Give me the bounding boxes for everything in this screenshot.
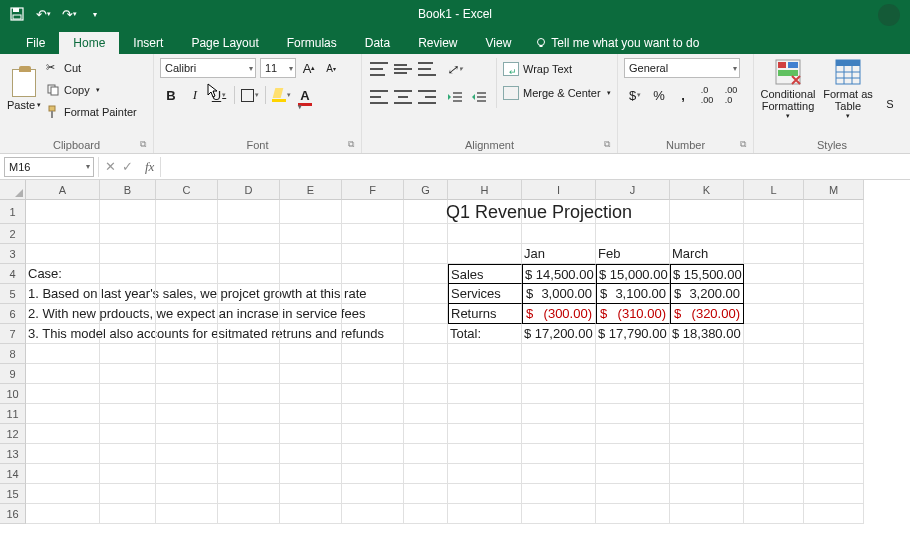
cell-M12[interactable] bbox=[804, 424, 864, 444]
cell-L5[interactable] bbox=[744, 284, 804, 304]
cell-C1[interactable] bbox=[156, 200, 218, 224]
cell-J2[interactable] bbox=[596, 224, 670, 244]
cell-F12[interactable] bbox=[342, 424, 404, 444]
cell-D10[interactable] bbox=[218, 384, 280, 404]
cell-I16[interactable] bbox=[522, 504, 596, 524]
cell-D13[interactable] bbox=[218, 444, 280, 464]
cell-K13[interactable] bbox=[670, 444, 744, 464]
cell-C7[interactable] bbox=[156, 324, 218, 344]
cell-A9[interactable] bbox=[26, 364, 100, 384]
tab-home[interactable]: Home bbox=[59, 32, 119, 54]
cell-J15[interactable] bbox=[596, 484, 670, 504]
cell-D4[interactable] bbox=[218, 264, 280, 284]
select-all-button[interactable] bbox=[0, 180, 26, 200]
cell-E12[interactable] bbox=[280, 424, 342, 444]
cell-A7[interactable]: 3. This model also accounts for esitmate… bbox=[26, 324, 100, 344]
cell-A13[interactable] bbox=[26, 444, 100, 464]
insert-function-button[interactable]: fx bbox=[139, 159, 154, 175]
cell-C11[interactable] bbox=[156, 404, 218, 424]
copy-button[interactable]: Copy▾ bbox=[46, 80, 137, 100]
cell-E8[interactable] bbox=[280, 344, 342, 364]
cell-M8[interactable] bbox=[804, 344, 864, 364]
row-header-4[interactable]: 4 bbox=[0, 264, 26, 284]
cell-H10[interactable] bbox=[448, 384, 522, 404]
cell-H6[interactable]: Returns bbox=[448, 304, 522, 324]
cell-L14[interactable] bbox=[744, 464, 804, 484]
cell-J10[interactable] bbox=[596, 384, 670, 404]
comma-format-button[interactable]: , bbox=[672, 84, 694, 106]
cell-D9[interactable] bbox=[218, 364, 280, 384]
cell-C8[interactable] bbox=[156, 344, 218, 364]
row-header-12[interactable]: 12 bbox=[0, 424, 26, 444]
cell-G15[interactable] bbox=[404, 484, 448, 504]
cell-C16[interactable] bbox=[156, 504, 218, 524]
row-header-2[interactable]: 2 bbox=[0, 224, 26, 244]
decrease-indent-button[interactable] bbox=[444, 86, 466, 108]
cell-D8[interactable] bbox=[218, 344, 280, 364]
cell-D15[interactable] bbox=[218, 484, 280, 504]
name-box[interactable]: M16▾ bbox=[4, 157, 94, 177]
cell-L9[interactable] bbox=[744, 364, 804, 384]
col-header-F[interactable]: F bbox=[342, 180, 404, 200]
cell-K14[interactable] bbox=[670, 464, 744, 484]
col-header-I[interactable]: I bbox=[522, 180, 596, 200]
cell-A10[interactable] bbox=[26, 384, 100, 404]
cell-M6[interactable] bbox=[804, 304, 864, 324]
col-header-E[interactable]: E bbox=[280, 180, 342, 200]
cell-I13[interactable] bbox=[522, 444, 596, 464]
cell-M7[interactable] bbox=[804, 324, 864, 344]
col-header-B[interactable]: B bbox=[100, 180, 156, 200]
cell-A8[interactable] bbox=[26, 344, 100, 364]
row-header-16[interactable]: 16 bbox=[0, 504, 26, 524]
col-header-D[interactable]: D bbox=[218, 180, 280, 200]
font-name-combo[interactable]: Calibri▾ bbox=[160, 58, 256, 78]
row-header-9[interactable]: 9 bbox=[0, 364, 26, 384]
cell-K1[interactable] bbox=[670, 200, 744, 224]
cell-L3[interactable] bbox=[744, 244, 804, 264]
cell-B12[interactable] bbox=[100, 424, 156, 444]
increase-indent-button[interactable] bbox=[468, 86, 490, 108]
cell-B13[interactable] bbox=[100, 444, 156, 464]
col-header-A[interactable]: A bbox=[26, 180, 100, 200]
cell-G3[interactable] bbox=[404, 244, 448, 264]
cell-F9[interactable] bbox=[342, 364, 404, 384]
cell-A1[interactable] bbox=[26, 200, 100, 224]
cell-F13[interactable] bbox=[342, 444, 404, 464]
cell-A6[interactable]: 2. With new prdoucts, we expect an incra… bbox=[26, 304, 100, 324]
cell-F7[interactable] bbox=[342, 324, 404, 344]
row-header-6[interactable]: 6 bbox=[0, 304, 26, 324]
cell-K15[interactable] bbox=[670, 484, 744, 504]
cell-E3[interactable] bbox=[280, 244, 342, 264]
cell-F10[interactable] bbox=[342, 384, 404, 404]
font-dialog-launcher[interactable]: ⧉ bbox=[345, 139, 357, 151]
cell-K5[interactable]: $3,200.00 bbox=[670, 284, 744, 304]
cell-I3[interactable]: Jan bbox=[522, 244, 596, 264]
cell-K12[interactable] bbox=[670, 424, 744, 444]
increase-decimal-button[interactable]: .0.00 bbox=[696, 84, 718, 106]
col-header-K[interactable]: K bbox=[670, 180, 744, 200]
cell-I8[interactable] bbox=[522, 344, 596, 364]
cell-I6[interactable]: $(300.00) bbox=[522, 304, 596, 324]
tab-file[interactable]: File bbox=[12, 32, 59, 54]
cell-L12[interactable] bbox=[744, 424, 804, 444]
cell-J16[interactable] bbox=[596, 504, 670, 524]
cell-E5[interactable] bbox=[280, 284, 342, 304]
cell-I2[interactable] bbox=[522, 224, 596, 244]
italic-button[interactable]: I bbox=[184, 84, 206, 106]
cell-L10[interactable] bbox=[744, 384, 804, 404]
cell-G13[interactable] bbox=[404, 444, 448, 464]
cell-H8[interactable] bbox=[448, 344, 522, 364]
cell-E1[interactable] bbox=[280, 200, 342, 224]
cell-B16[interactable] bbox=[100, 504, 156, 524]
cell-M2[interactable] bbox=[804, 224, 864, 244]
format-painter-button[interactable]: Format Painter bbox=[46, 102, 137, 122]
cell-H5[interactable]: Services bbox=[448, 284, 522, 304]
cell-C14[interactable] bbox=[156, 464, 218, 484]
cell-L6[interactable] bbox=[744, 304, 804, 324]
enter-formula-button[interactable]: ✓ bbox=[122, 159, 133, 174]
cell-E11[interactable] bbox=[280, 404, 342, 424]
cell-F15[interactable] bbox=[342, 484, 404, 504]
cell-J14[interactable] bbox=[596, 464, 670, 484]
shrink-font-button[interactable]: A▾ bbox=[322, 59, 340, 77]
cell-D14[interactable] bbox=[218, 464, 280, 484]
